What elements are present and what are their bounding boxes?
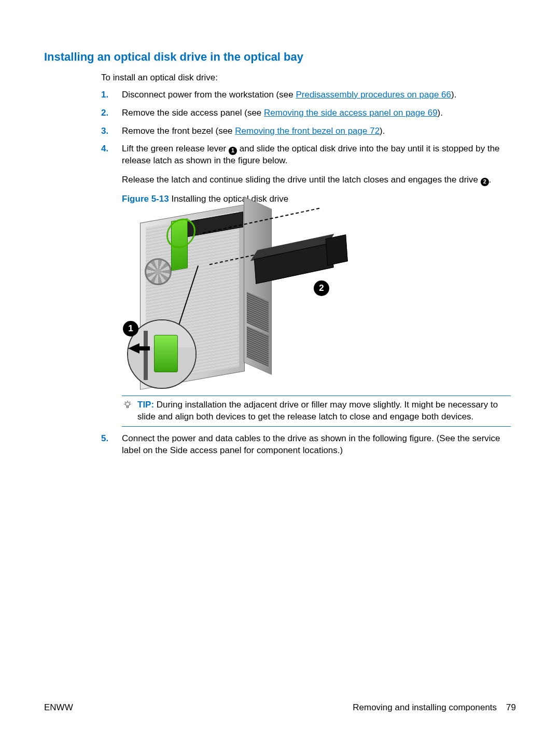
step-5-text: Connect the power and data cables to the… — [122, 433, 500, 455]
section-heading: Installing an optical disk drive in the … — [44, 49, 516, 65]
tip-text: During installation the adjacent drive o… — [137, 400, 498, 421]
page-footer: ENWW Removing and installing components7… — [44, 702, 516, 714]
steps-list: Disconnect power from the workstation (s… — [101, 89, 511, 457]
figure-label: Figure 5-13 — [122, 194, 169, 204]
callout-1-icon: 1 — [229, 147, 237, 155]
step-4-text-a: Lift the green release lever — [122, 144, 229, 153]
section-body: To install an optical disk drive: Discon… — [101, 72, 511, 457]
step-2: Remove the side access panel (see Removi… — [101, 107, 511, 119]
step-1-text-a: Disconnect power from the workstation (s… — [122, 90, 296, 100]
footer-left: ENWW — [44, 702, 73, 714]
figure-illustration: 1 2 — [122, 210, 511, 389]
intro-text: To install an optical disk drive: — [101, 72, 511, 84]
step-2-text-b: ). — [438, 108, 443, 118]
step-2-link[interactable]: Removing the side access panel on page 6… — [264, 108, 438, 118]
step-4-sub: Release the latch and continue sliding t… — [122, 174, 511, 186]
svg-rect-1 — [127, 406, 129, 407]
step-1-text-b: ). — [451, 90, 456, 100]
step-3-text-b: ). — [380, 126, 385, 136]
step-3-text-a: Remove the front bezel (see — [122, 126, 235, 136]
figure-callout-2: 2 — [314, 280, 329, 296]
page-number: 79 — [506, 702, 516, 712]
step-4-sub-b: . — [489, 175, 492, 185]
step-3: Remove the front bezel (see Removing the… — [101, 125, 511, 137]
tip-block: TIP: During installation the adjacent dr… — [122, 396, 511, 427]
step-1: Disconnect power from the workstation (s… — [101, 89, 511, 101]
step-3-link[interactable]: Removing the front bezel on page 72 — [235, 126, 380, 136]
tip-label: TIP: — [137, 400, 154, 410]
tip-icon — [123, 400, 132, 410]
footer-section-title: Removing and installing components — [353, 702, 497, 712]
page: Installing an optical disk drive in the … — [0, 0, 560, 745]
footer-right: Removing and installing components79 — [353, 702, 516, 714]
svg-point-0 — [125, 402, 130, 406]
step-1-link[interactable]: Predisassembly procedures on page 66 — [296, 90, 451, 100]
step-5: Connect the power and data cables to the… — [101, 433, 511, 457]
figure-callout-1: 1 — [123, 321, 138, 336]
step-4: Lift the green release lever 1 and slide… — [101, 143, 511, 427]
fan-icon — [145, 258, 172, 285]
svg-line-6 — [130, 402, 131, 403]
svg-line-5 — [125, 402, 126, 403]
step-2-text-a: Remove the side access panel (see — [122, 108, 264, 118]
illustration-canvas: 1 2 — [122, 210, 342, 389]
step-4-sub-a: Release the latch and continue sliding t… — [122, 175, 481, 185]
figure-caption-text: Installing the optical disk drive — [169, 194, 289, 204]
callout-2-icon: 2 — [481, 178, 489, 186]
arrow-left-icon — [128, 343, 139, 354]
figure-caption: Figure 5-13 Installing the optical disk … — [122, 193, 511, 205]
